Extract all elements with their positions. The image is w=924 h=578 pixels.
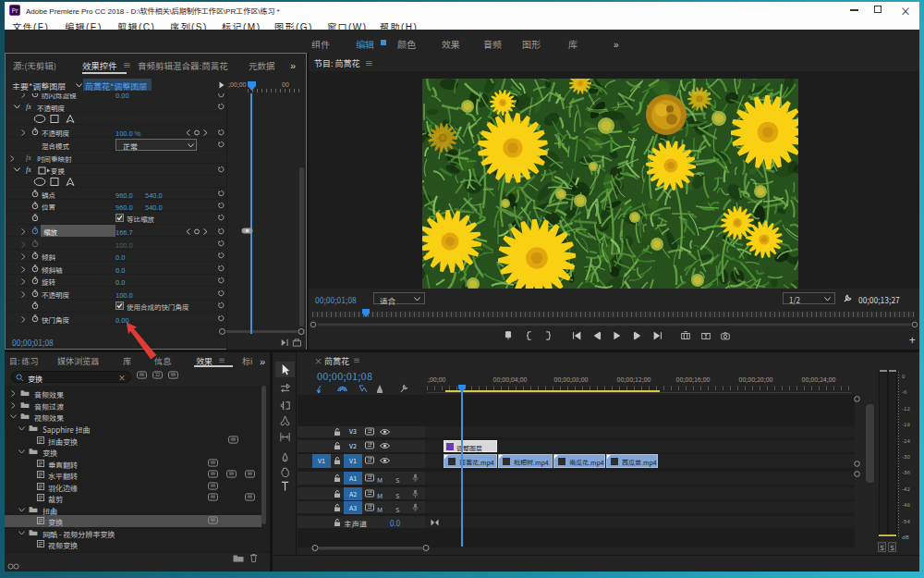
svg-text:32: 32 (155, 373, 161, 377)
